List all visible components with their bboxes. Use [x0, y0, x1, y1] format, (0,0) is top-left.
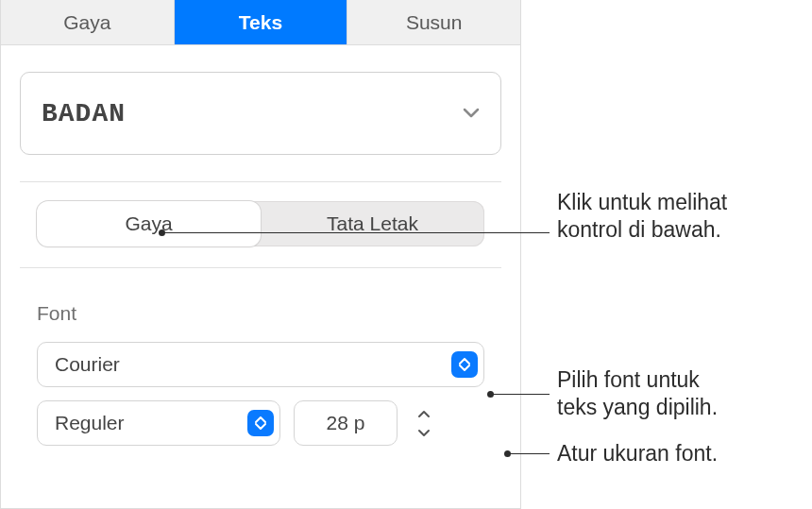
- callout-text: Klik untuk melihatkontrol di bawah.: [557, 190, 727, 242]
- paragraph-style-dropdown[interactable]: BADAN: [20, 72, 501, 155]
- stepper-down[interactable]: [411, 424, 437, 441]
- font-size-value: 28 p: [327, 412, 365, 434]
- tab-susun[interactable]: Susun: [347, 0, 520, 44]
- tab-label: Susun: [406, 11, 463, 34]
- format-panel: Gaya Teks Susun BADAN Gaya Tata Letak Fo…: [0, 0, 521, 509]
- segment-tata-letak[interactable]: Tata Letak: [261, 201, 484, 246]
- font-size-field[interactable]: 28 p: [294, 400, 398, 446]
- callout-text: Atur ukuran font.: [557, 441, 718, 466]
- font-family-select[interactable]: Courier: [37, 342, 484, 387]
- segment-gaya[interactable]: Gaya: [37, 201, 261, 246]
- font-weight-value: Reguler: [55, 412, 125, 434]
- tab-gaya[interactable]: Gaya: [1, 0, 175, 44]
- callout-text: Pilih font untukteks yang dipilih.: [557, 367, 718, 419]
- chevron-down-icon: [463, 104, 480, 124]
- divider: [20, 181, 501, 182]
- callout-leader: [508, 453, 550, 454]
- paragraph-style-name: BADAN: [42, 99, 126, 128]
- font-size-stepper: [411, 400, 437, 446]
- popup-arrows-icon: [247, 410, 274, 436]
- callout-font-size: Atur ukuran font.: [557, 440, 718, 467]
- callout-font-family: Pilih font untukteks yang dipilih.: [557, 366, 718, 421]
- top-tab-bar: Gaya Teks Susun: [1, 0, 520, 45]
- popup-arrows-icon: [451, 351, 478, 378]
- tab-label: Gaya: [63, 11, 110, 34]
- callout-leader: [162, 232, 550, 233]
- font-weight-select[interactable]: Reguler: [37, 400, 280, 446]
- font-section-label: Font: [37, 302, 520, 325]
- divider: [20, 267, 501, 268]
- font-family-value: Courier: [55, 353, 120, 376]
- callout-segmented: Klik untuk melihatkontrol di bawah.: [557, 189, 727, 244]
- callout-leader: [491, 394, 550, 395]
- tab-label: Teks: [239, 11, 282, 34]
- stepper-up[interactable]: [411, 405, 437, 422]
- segmented-control: Gaya Tata Letak: [37, 201, 484, 246]
- tab-teks[interactable]: Teks: [175, 0, 348, 44]
